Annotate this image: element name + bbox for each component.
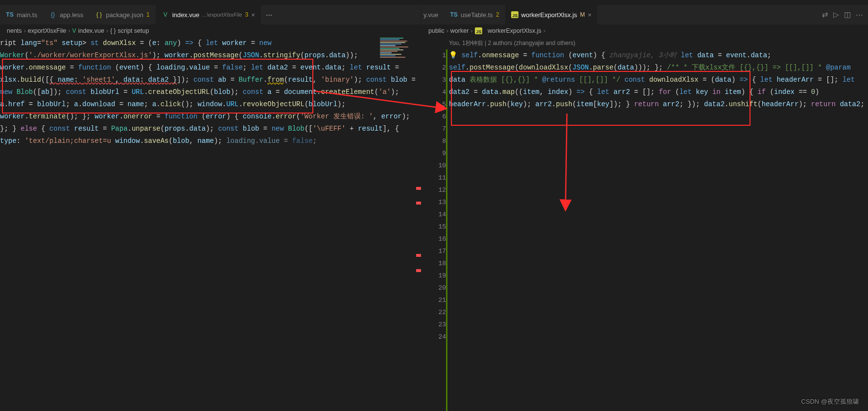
- right-breadcrumb[interactable]: public› worker› JS workerExportXlsx.js›: [422, 24, 868, 37]
- blame-line: You, 1秒钟前 | 2 authors (zhangyajie and ot…: [422, 37, 868, 49]
- lightbulb-icon[interactable]: 💡: [449, 51, 457, 59]
- tab-label: workerExportXlsx.js: [521, 11, 577, 19]
- tab-package-json[interactable]: { }package.json1: [89, 5, 155, 24]
- vue-icon: V: [72, 27, 76, 34]
- title-bar: [0, 0, 868, 5]
- js-icon: JS: [475, 27, 482, 34]
- tab-index-vue[interactable]: Vindex.vue...\exportXlsxFile3×: [156, 5, 261, 24]
- watermark: CSDN @夜空孤狼啸: [801, 397, 859, 406]
- watermark-text: CSDN @夜空孤狼啸: [801, 398, 859, 405]
- tab-app-less[interactable]: {}app.less: [43, 5, 89, 24]
- js-icon: JS: [511, 11, 518, 18]
- tab-sublabel: ...\exportXlsxFile: [202, 12, 242, 18]
- tab-workerexportxlsx-js[interactable]: JSworkerExportXlsx.jsM×: [505, 5, 598, 24]
- chevron-icon: ›: [106, 27, 108, 34]
- tab-label: index.vue: [172, 11, 200, 19]
- git-modified-badge: M: [580, 11, 585, 18]
- ts-icon: TS: [450, 11, 458, 19]
- left-breadcrumb[interactable]: nents› exportXlsxFile› Vindex.vue› { }sc…: [0, 24, 421, 37]
- crumb[interactable]: script setup: [118, 27, 149, 34]
- code-area[interactable]: 💡 self.onmessage = function (event) { zh…: [449, 49, 868, 411]
- crumb[interactable]: index.vue: [78, 27, 104, 34]
- modified-badge: 3: [245, 11, 249, 18]
- crumb[interactable]: public: [428, 27, 445, 34]
- tab-label: useTable.ts: [461, 11, 493, 19]
- left-tabbar: TSmain.ts {}app.less { }package.json1 Vi…: [0, 5, 421, 24]
- chevron-icon: ›: [543, 27, 545, 34]
- tab-actions: ⇄ ▷ ◫ ⋯: [817, 5, 868, 24]
- json-icon: { }: [95, 11, 103, 19]
- right-tabbar: y.vue TSuseTable.ts2 JSworkerExportXlsx.…: [422, 5, 868, 24]
- chevron-icon: ›: [470, 27, 472, 34]
- split-panes: TSmain.ts {}app.less { }package.json1 Vi…: [0, 5, 868, 411]
- editor-window: TSmain.ts {}app.less { }package.json1 Vi…: [0, 0, 868, 411]
- crumb[interactable]: exportXlsxFile: [28, 27, 67, 34]
- tab-main-ts[interactable]: TSmain.ts: [0, 5, 43, 24]
- more-icon[interactable]: ⋯: [856, 10, 863, 19]
- overview-ruler[interactable]: [415, 37, 421, 411]
- tab-overflow[interactable]: ⋯: [261, 5, 277, 24]
- right-editor[interactable]: 123456789101112131415161718192021222324 …: [422, 49, 868, 411]
- crumb[interactable]: workerExportXlsx.js: [488, 27, 541, 34]
- modified-badge: 1: [146, 11, 150, 18]
- chevron-icon: ›: [24, 27, 26, 34]
- less-icon: {}: [49, 11, 57, 19]
- left-pane: TSmain.ts {}app.less { }package.json1 Vi…: [0, 5, 422, 411]
- tab-label: app.less: [60, 11, 83, 19]
- braces-icon: { }: [110, 27, 116, 34]
- git-gutter-add: [446, 49, 447, 411]
- crumb[interactable]: worker: [450, 27, 469, 34]
- vue-icon: V: [162, 11, 169, 19]
- chevron-icon: ›: [68, 27, 70, 34]
- close-icon[interactable]: ×: [251, 11, 255, 19]
- left-editor[interactable]: ript lang="ts" setup> st downXlsx = (e: …: [0, 37, 421, 411]
- close-icon[interactable]: ×: [588, 11, 592, 19]
- tab-label: package.json: [106, 11, 143, 19]
- code-area[interactable]: ript lang="ts" setup> st downXlsx = (e: …: [0, 37, 421, 411]
- compare-icon[interactable]: ⇄: [822, 10, 828, 19]
- blame-text: You, 1秒钟前 | 2 authors (zhangyajie and ot…: [449, 40, 575, 46]
- ts-icon: TS: [6, 11, 14, 19]
- tab-yvue-trunc[interactable]: y.vue: [422, 5, 444, 24]
- ellipsis-icon: ⋯: [266, 11, 272, 19]
- tab-label: main.ts: [17, 11, 37, 19]
- tab-label: y.vue: [423, 11, 438, 19]
- tab-usetable-ts[interactable]: TSuseTable.ts2: [444, 5, 505, 24]
- run-icon[interactable]: ▷: [833, 10, 839, 19]
- inline-blame: zhangyajie, 3小时: [610, 51, 677, 59]
- crumb[interactable]: nents: [7, 27, 22, 34]
- chevron-icon: ›: [446, 27, 448, 34]
- split-icon[interactable]: ◫: [844, 10, 851, 19]
- modified-badge: 2: [496, 11, 499, 18]
- right-pane: y.vue TSuseTable.ts2 JSworkerExportXlsx.…: [422, 5, 868, 411]
